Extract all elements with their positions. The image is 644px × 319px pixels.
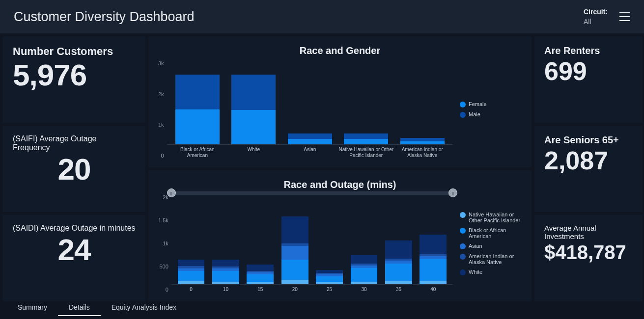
range-slider-track[interactable] [171,191,453,195]
range-slider-handle-left[interactable]: || [167,188,176,197]
swatch-icon [460,243,466,249]
kpi-seniors: Are Seniors 65+ 2,087 [534,126,643,212]
kpi-value: 699 [544,58,633,84]
page-title: Customer Diversity Dashboard [14,9,195,25]
kpi-investments: Average Annual Investments $418,787 [534,215,643,301]
legend-item-asian[interactable]: Asian [460,243,522,249]
kpi-saidi: (SAIDI) Average Outage in minutes 24 [3,215,145,301]
kpi-label: (SAIFI) Average Outage Frequency [13,134,136,152]
x-axis: Black or African AmericanWhiteAsianNativ… [167,145,453,159]
kpi-label: (SAIDI) Average Outage in minutes [13,224,136,233]
circuit-filter[interactable]: Circuit: All [584,8,608,26]
kpi-renters: Are Renters 699 [534,36,643,123]
kpi-value: 5,976 [13,60,136,90]
kpi-saifi: (SAIFI) Average Outage Frequency 20 [3,126,145,212]
legend-item-baa[interactable]: Black or African American [460,227,522,239]
hamburger-menu-icon[interactable] [619,12,630,21]
bars-area[interactable] [167,60,453,145]
legend-race-outage: Native Hawaiian or Other Pacific Islande… [453,194,522,292]
kpi-value: 20 [13,154,136,185]
y-axis: 2k1.5k1k5000 [158,194,171,292]
legend-item-nhpi[interactable]: Native Hawaiian or Other Pacific Islande… [460,212,522,223]
bottom-tabs: Summary Details Equity Analysis Index [0,301,644,316]
kpi-value: 2,087 [544,148,633,173]
chart-race-gender: Race and Gender 3k2k1k0 Black or African… [148,36,532,167]
kpi-label: Average Annual Investments [544,224,633,240]
swatch-icon [460,112,466,118]
circuit-label: Circuit: [584,8,608,16]
swatch-icon [460,228,466,234]
chart-race-outage: Race and Outage (mins) 2k1.5k1k5000 || |… [148,170,532,301]
chart-title: Race and Outage (mins) [158,179,522,190]
kpi-label: Are Renters [544,45,633,56]
kpi-label: Number Customers [13,45,136,58]
range-slider-handle-right[interactable]: || [448,188,457,197]
tab-equity[interactable]: Equity Analysis Index [101,301,187,316]
kpi-value: $418,787 [544,242,633,262]
tab-details[interactable]: Details [58,301,101,316]
swatch-icon [460,102,466,107]
kpi-value: 24 [13,235,136,265]
legend-item-female[interactable]: Female [460,101,522,107]
swatch-icon [460,254,466,260]
legend-item-white[interactable]: White [460,269,522,275]
x-axis: 010152025303540 [171,285,453,292]
legend-race-gender: Female Male [453,60,522,159]
bars-area[interactable]: || || [171,194,453,285]
circuit-value: All [584,18,608,26]
legend-item-aian[interactable]: American Indian or Alaska Native [460,253,522,265]
tab-summary[interactable]: Summary [7,301,58,316]
legend-item-male[interactable]: Male [460,111,522,118]
y-axis: 3k2k1k0 [158,60,167,159]
kpi-label: Are Seniors 65+ [544,134,633,146]
chart-title: Race and Gender [158,45,522,56]
swatch-icon [460,269,466,275]
swatch-icon [460,212,466,218]
kpi-number-customers: Number Customers 5,976 [3,36,145,123]
header-bar: Customer Diversity Dashboard Circuit: Al… [0,0,644,33]
